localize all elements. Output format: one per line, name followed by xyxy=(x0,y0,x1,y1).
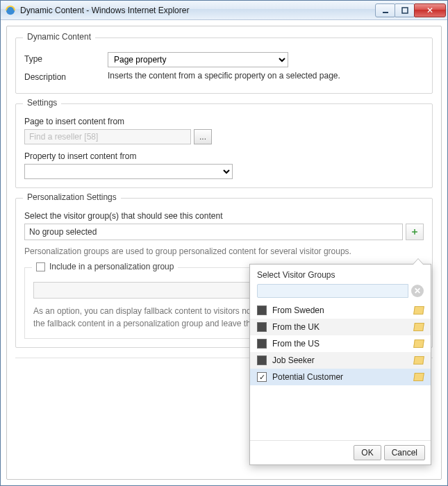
note-icon[interactable] xyxy=(413,356,424,364)
include-checkbox[interactable] xyxy=(36,262,45,271)
close-button[interactable]: ✕ xyxy=(414,3,446,17)
include-legend: Include in a personalization group xyxy=(32,262,178,271)
maximize-button[interactable] xyxy=(395,3,415,17)
description-text: Inserts the content from a specific prop… xyxy=(108,70,424,82)
window-buttons: ✕ xyxy=(376,3,446,17)
dynamic-content-legend: Dynamic Content xyxy=(23,32,95,42)
personalization-help-text: Personalization groups are used to group… xyxy=(24,246,424,258)
visitor-group-row[interactable]: Job Seeker xyxy=(250,352,431,369)
visitor-group-name: From the UK xyxy=(272,322,408,332)
window-title: Dynamic Content - Windows Internet Explo… xyxy=(20,6,376,15)
visitor-group-name: From Sweden xyxy=(272,305,408,315)
type-label: Type xyxy=(24,52,108,67)
visitor-group-checkbox[interactable] xyxy=(257,355,267,365)
property-label: Property to insert content from xyxy=(24,151,424,161)
popup-title: Select Visitor Groups xyxy=(250,265,431,284)
visitor-group-name: Job Seeker xyxy=(272,355,408,365)
visitor-group-checkbox[interactable] xyxy=(257,322,267,332)
close-icon: ✕ xyxy=(414,286,421,296)
visitor-group-label: Select the visitor group(s) that should … xyxy=(24,211,424,221)
svg-rect-1 xyxy=(383,12,388,13)
window: Dynamic Content - Windows Internet Explo… xyxy=(0,0,448,486)
note-icon[interactable] xyxy=(413,323,424,331)
type-select[interactable]: Page property xyxy=(108,52,288,67)
client-area: Dynamic Content Type Page property Descr… xyxy=(1,20,447,485)
plus-icon: ＋ xyxy=(410,226,420,238)
visitor-group-row[interactable]: From Sweden xyxy=(250,302,431,319)
svg-rect-2 xyxy=(402,8,408,13)
titlebar: Dynamic Content - Windows Internet Explo… xyxy=(1,1,447,20)
personalization-legend: Personalization Settings xyxy=(23,192,121,202)
visitor-group-box[interactable]: No group selected xyxy=(24,224,403,240)
visitor-group-name: Potential Customer xyxy=(272,372,408,382)
visitor-group-checkbox[interactable]: ✓ xyxy=(257,372,267,382)
page-label: Page to insert content from xyxy=(24,117,424,126)
ok-button[interactable]: OK xyxy=(354,445,381,460)
visitor-group-row[interactable]: From the US xyxy=(250,335,431,352)
include-legend-text: Include in a personalization group xyxy=(49,262,174,271)
visitor-group-row[interactable]: From the UK xyxy=(250,319,431,335)
clear-search-button[interactable]: ✕ xyxy=(411,285,424,297)
description-label: Description xyxy=(24,70,108,82)
page-input[interactable]: Find a reseller [58] xyxy=(24,129,191,144)
note-icon[interactable] xyxy=(413,373,424,381)
visitor-group-row[interactable]: ✓Potential Customer xyxy=(250,369,431,385)
note-icon[interactable] xyxy=(413,340,424,348)
add-visitor-group-button[interactable]: ＋ xyxy=(406,224,424,240)
settings-fieldset: Settings Page to insert content from Fin… xyxy=(15,103,433,188)
visitor-group-checkbox[interactable] xyxy=(257,305,267,315)
visitor-groups-popup: Select Visitor Groups ✕ From SwedenFrom … xyxy=(249,264,431,465)
visitor-group-name: From the US xyxy=(272,339,408,349)
popup-search-input[interactable] xyxy=(257,284,408,298)
settings-legend: Settings xyxy=(23,98,61,108)
note-icon[interactable] xyxy=(413,306,424,315)
visitor-group-checkbox[interactable] xyxy=(257,339,267,349)
dynamic-content-fieldset: Dynamic Content Type Page property Descr… xyxy=(15,37,433,94)
browse-button[interactable]: ... xyxy=(194,129,212,144)
property-select[interactable] xyxy=(24,164,233,179)
popup-arrow xyxy=(413,258,424,265)
cancel-button[interactable]: Cancel xyxy=(384,445,425,460)
ie-icon xyxy=(5,5,16,16)
content-frame: Dynamic Content Type Page property Descr… xyxy=(6,26,442,480)
minimize-button[interactable] xyxy=(375,3,395,17)
visitor-group-list: From SwedenFrom the UKFrom the USJob See… xyxy=(250,302,431,440)
